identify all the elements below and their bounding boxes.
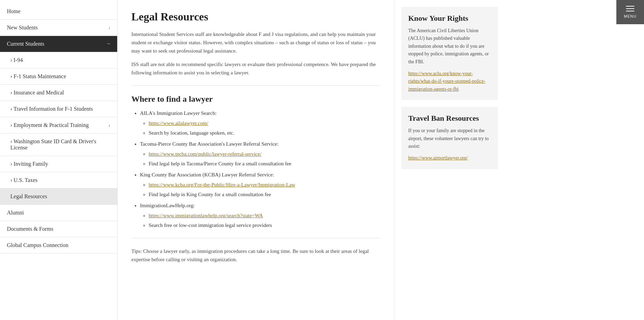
sidebar-item-label: New Students: [7, 25, 38, 31]
sidebar-item-employment[interactable]: › Employment & Practical Training↓: [0, 117, 117, 134]
divider-1: [131, 85, 380, 86]
resource-sub-item: Find legal help in Tacoma/Pierce County …: [149, 159, 380, 168]
sidebar-item-label: Alumni: [7, 210, 24, 216]
sidebar-item-wa-id[interactable]: › Washington State ID Card & Driver's Li…: [0, 134, 117, 156]
sidebar-item-current-students[interactable]: Current Students−: [0, 36, 117, 52]
sidebar-item-home[interactable]: Home: [0, 3, 117, 20]
sidebar-item-label: Documents & Forms: [7, 226, 53, 232]
info-card-know-your-rights: Know Your RightsThe American Civil Liber…: [401, 7, 498, 100]
sidebar-item-label: › Insurance and Medical: [10, 90, 64, 96]
menu-label: MENU: [624, 14, 636, 18]
sidebar-item-label: › Inviting Family: [10, 161, 48, 167]
sidebar-item-alumni[interactable]: Alumni: [0, 205, 117, 221]
resource-sub-item: Find legal help in King County for a sma…: [149, 190, 380, 199]
resource-item: AILA's Immigration Lawyer Search:https:/…: [140, 109, 380, 137]
intro-paragraph-1: International Student Services staff are…: [131, 30, 380, 55]
info-card-title: Know Your Rights: [408, 14, 491, 23]
sidebar-item-label: › F-1 Status Maintenance: [10, 73, 66, 80]
resource-link[interactable]: https://www.tpcba.com/public/lawyer-refe…: [149, 151, 261, 157]
info-card-body: If you or your family are stopped in the…: [408, 127, 491, 150]
sidebar-item-global[interactable]: Global Campus Connection: [0, 237, 117, 254]
resource-link[interactable]: https://www.kcba.org/For-the-Public/Hire…: [149, 182, 295, 188]
resource-sub-item: Search by location, language spoken, etc…: [149, 129, 380, 137]
sidebar-item-label: › Travel Information for F-1 Students: [10, 106, 93, 112]
intro-paragraph-2: ISS staff are not able to recommend spec…: [131, 60, 380, 77]
resource-sub-list: https://www.kcba.org/For-the-Public/Hire…: [140, 181, 380, 199]
sidebar-item-legal[interactable]: Legal Resources: [0, 189, 117, 205]
sidebar-item-i94[interactable]: › I-94: [0, 52, 117, 68]
right-sidebar: Know Your RightsThe American Civil Liber…: [394, 0, 505, 320]
sidebar-item-f1-status[interactable]: › F-1 Status Maintenance: [0, 68, 117, 85]
chevron-down-icon: ↓: [108, 25, 110, 30]
resource-list: AILA's Immigration Lawyer Search:https:/…: [131, 109, 380, 229]
resource-link[interactable]: https://www.ailalawyer.com/: [149, 120, 208, 126]
sidebar-item-label: Home: [7, 8, 20, 15]
sidebar-item-label: › Employment & Practical Training: [10, 122, 89, 128]
sidebar-item-documents[interactable]: Documents & Forms: [0, 221, 117, 237]
resource-link[interactable]: https://www.immigrationlawhelp.org/searc…: [149, 213, 263, 218]
tips-paragraph: Tips: Choose a lawyer early, as immigrat…: [131, 247, 380, 264]
resource-item: Tacoma-Pierce County Bar Association's L…: [140, 140, 380, 168]
sidebar-item-insurance[interactable]: › Insurance and Medical: [0, 85, 117, 101]
sidebar-item-new-students[interactable]: New Students↓: [0, 20, 117, 36]
page-title: Legal Resources: [131, 10, 380, 23]
resource-sub-item: https://www.immigrationlawhelp.org/searc…: [149, 211, 380, 220]
info-card-title: Travel Ban Resources: [408, 114, 491, 123]
sidebar: HomeNew Students↓Current Students−› I-94…: [0, 0, 118, 320]
resource-sub-list: https://www.tpcba.com/public/lawyer-refe…: [140, 150, 380, 168]
divider-2: [131, 238, 380, 238]
sidebar-item-label: Global Campus Connection: [7, 242, 68, 248]
resource-sub-item: https://www.ailalawyer.com/: [149, 119, 380, 127]
menu-bar: [626, 6, 634, 7]
main-content: Legal Resources International Student Se…: [118, 0, 394, 320]
where-find-lawyer-heading: Where to find a lawyer: [131, 94, 380, 104]
sidebar-item-travel[interactable]: › Travel Information for F-1 Students: [0, 101, 117, 117]
info-card-travel-ban: Travel Ban ResourcesIf you or your famil…: [401, 107, 498, 169]
resource-item: ImmigrationLawHelp.org:https://www.immig…: [140, 201, 380, 229]
sidebar-item-inviting[interactable]: › Inviting Family: [0, 156, 117, 172]
resource-sub-list: https://www.immigrationlawhelp.org/searc…: [140, 211, 380, 229]
resource-item: King County Bar Association (KCBA) Lawye…: [140, 171, 380, 199]
sidebar-item-label: › U.S. Taxes: [10, 177, 38, 183]
menu-bar: [626, 11, 634, 11]
resource-sub-list: https://www.ailalawyer.com/Search by loc…: [140, 119, 380, 137]
info-card-link[interactable]: https://www.aclu.org/know-your-rights/wh…: [408, 70, 491, 93]
chevron-down-icon: ↓: [108, 123, 110, 128]
resource-sub-item: https://www.kcba.org/For-the-Public/Hire…: [149, 181, 380, 189]
sidebar-item-label: › Washington State ID Card & Driver's Li…: [10, 138, 110, 151]
sidebar-item-label: Current Students: [7, 41, 44, 47]
resource-sub-item: Search free or low-cost immigration lega…: [149, 221, 380, 229]
info-card-link[interactable]: https://www.airportlawyer.org/: [408, 154, 491, 162]
menu-bar: [626, 8, 634, 9]
menu-button[interactable]: MENU: [616, 0, 644, 24]
collapse-icon: −: [107, 41, 110, 47]
sidebar-item-label: Legal Resources: [10, 193, 47, 200]
resource-sub-item: https://www.tpcba.com/public/lawyer-refe…: [149, 150, 380, 158]
info-card-body: The American Civil Liberties Union (ACLU…: [408, 27, 491, 66]
sidebar-item-label: › I-94: [10, 57, 23, 63]
sidebar-item-taxes[interactable]: › U.S. Taxes: [0, 172, 117, 189]
